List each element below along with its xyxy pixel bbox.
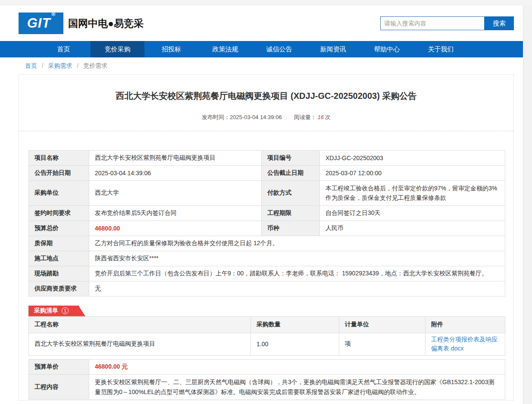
publish-time-label: 发布时间： (202, 114, 230, 120)
field-value: 发布竞价结果后5天内签订合同 (89, 205, 262, 221)
field-label: 预算单价 (29, 360, 89, 375)
field-value: 陕西省西安市长安区**** (89, 251, 505, 266)
search-input[interactable] (380, 16, 485, 30)
field-value: 2025-03-07 12:00:00 (320, 166, 505, 181)
field-label: 施工地点 (29, 251, 89, 266)
field-value: 无 (89, 281, 505, 296)
views-unit: 次 (325, 114, 331, 120)
field-value: 西北大学长安校区紫荆苑餐厅电磁阀更换项目 (89, 151, 262, 166)
badge-count-icon: 1 (62, 307, 69, 314)
field-label: 供应商资质要求 (29, 281, 89, 296)
page: GIT® 国网中电●易竞采 搜索 首页 竞价采购 招投标 政策法规 诚信公告 新… (0, 6, 523, 401)
table-row: 预算单价 46800.00 元 (29, 360, 505, 375)
page-title: 西北大学长安校区紫荆苑餐厅电磁阀更换项目 (XDJJ-GC-202502003)… (19, 90, 513, 102)
views-label: 阅读量： (294, 114, 316, 120)
work-content-value: 更换长安校区紫荆苑餐厅一、二、三层厨房天然气电磁阀（含球阀），共3个，更换的电磁… (89, 375, 505, 400)
table-row: 工程内容 更换长安校区紫荆苑餐厅一、二、三层厨房天然气电磁阀（含球阀），共3个，… (29, 375, 505, 400)
field-label: 币种 (262, 221, 320, 236)
nav-item-bidding-procurement[interactable]: 竞价采购 (91, 41, 144, 57)
field-value: 乙方对合同工程的质量保修期为验收合格并交付使用之日起 12个月。 (89, 236, 505, 251)
breadcrumb-separator: / (77, 62, 79, 69)
search-area: 搜索 (380, 16, 514, 30)
column-header: 工程名称 (29, 316, 251, 333)
breadcrumb-current: 竞价需求 (83, 62, 107, 69)
dashed-divider (19, 131, 513, 131)
attachment-cell: 工程类分项报价表及响应偏离表.docx (426, 333, 505, 355)
registered-mark-icon: ® (51, 11, 56, 17)
field-label: 现场踏勘 (29, 266, 89, 281)
breadcrumb-procurement-demand[interactable]: 采购需求 (48, 62, 72, 69)
field-label: 公告开始日期 (29, 166, 89, 181)
field-label: 项目编号 (262, 151, 320, 166)
field-value: 西北大学 (89, 181, 262, 206)
nav-item-tenders[interactable]: 招投标 (144, 41, 198, 57)
table-row: 项目名称 西北大学长安校区紫荆苑餐厅电磁阀更换项目 项目编号 XDJJ-GC-2… (29, 151, 505, 166)
breadcrumb-separator: / (42, 62, 44, 69)
site-brand-title: 国网中电●易竞采 (68, 17, 144, 30)
nav-item-integrity-notices[interactable]: 诚信公告 (252, 41, 306, 57)
project-details-table: 项目名称 西北大学长安校区紫荆苑餐厅电磁阀更换项目 项目编号 XDJJ-GC-2… (28, 150, 505, 297)
field-label: 预算总价 (29, 221, 89, 236)
field-label: 签约时间要求 (29, 205, 89, 221)
unit-price-value: 46800.00 元 (89, 360, 505, 375)
search-button[interactable]: 搜索 (485, 16, 514, 30)
budget-total-value: 46800.00 (89, 221, 262, 236)
nav-item-news[interactable]: 新闻资讯 (306, 41, 360, 57)
nav-item-home[interactable]: 首页 (37, 41, 91, 57)
field-label: 公告截止日期 (262, 166, 320, 181)
main-nav: 首页 竞价采购 招投标 政策法规 诚信公告 新闻资讯 帮助中心 关于我们 (0, 41, 523, 57)
field-value: 本工程竣工验收合格后，付至审定价款的97%，留审定金额的3%作为质保金，质保金支… (320, 181, 505, 206)
field-value: 竞价开启后第三个工作日（包含公告发布日）上午9：00，踏勘联系人：李老师，联系电… (89, 266, 505, 281)
column-header: 附件 (426, 316, 505, 333)
site-header: GIT® 国网中电●易竞采 搜索 (0, 6, 523, 41)
nav-item-help-center[interactable]: 帮助中心 (360, 41, 414, 57)
nav-item-policies[interactable]: 政策法规 (198, 41, 252, 57)
procurement-list-table: 工程名称 采购数量 计量单位 附件 西北大学长安校区紫荆苑餐厅电磁阀更换项目 1… (28, 316, 505, 356)
field-value: 自合同签订之日30天 (320, 205, 505, 221)
quantity-cell: 1.00 (251, 333, 339, 355)
publish-time-value: 2025-03-04 14:39:06 (230, 114, 282, 120)
table-header-row: 工程名称 采购数量 计量单位 附件 (29, 316, 505, 333)
field-label: 项目名称 (29, 151, 89, 166)
table-row: 施工地点 陕西省西安市长安区**** (29, 251, 505, 266)
column-header: 计量单位 (339, 316, 426, 333)
table-row: 预算总价 46800.00 币种 人民币 (29, 221, 505, 236)
table-row: 现场踏勘 竞价开启后第三个工作日（包含公告发布日）上午9：00，踏勘联系人：李老… (29, 266, 505, 281)
field-value: XDJJ-GC-202502003 (320, 151, 505, 166)
table-row: 西北大学长安校区紫荆苑餐厅电磁阀更换项目 1.00 项 工程类分项报价表及响应偏… (29, 333, 505, 355)
column-header: 采购数量 (251, 316, 339, 333)
procurement-list-label: 采购清单 (34, 307, 58, 315)
views-count: 16 (318, 114, 324, 120)
table-row: 质保期 乙方对合同工程的质量保修期为验收合格并交付使用之日起 12个月。 (29, 236, 505, 251)
field-label: 工程内容 (29, 375, 89, 400)
scrollbar-track[interactable] (523, 6, 532, 404)
breadcrumb: 首页 / 采购需求 / 竞价需求 (0, 57, 523, 74)
project-name-cell: 西北大学长安校区紫荆苑餐厅电磁阀更换项目 (29, 333, 251, 355)
summary-table: 预算单价 46800.00 元 工程内容 更换长安校区紫荆苑餐厅一、二、三层厨房… (28, 359, 505, 400)
field-value: 人民币 (320, 221, 505, 236)
field-label: 工程期限 (262, 205, 320, 221)
top-strip (0, 0, 532, 6)
announcement-card: 西北大学长安校区紫荆苑餐厅电磁阀更换项目 (XDJJ-GC-202502003)… (19, 74, 514, 401)
procurement-list-badge: 采购清单 1 (28, 306, 85, 316)
attachment-link[interactable]: 工程类分项报价表及响应偏离表.docx (431, 335, 499, 354)
table-row: 公告开始日期 2025-03-04 14:39:06 公告截止日期 2025-0… (29, 166, 505, 181)
table-row: 签约时间要求 发布竞价结果后5天内签订合同 工程期限 自合同签订之日30天 (29, 205, 505, 221)
table-row: 供应商资质要求 无 (29, 281, 505, 296)
unit-cell: 项 (339, 333, 426, 355)
field-value: 2025-03-04 14:39:06 (89, 166, 262, 181)
field-label: 质保期 (29, 236, 89, 251)
article-meta: 发布时间：2025-03-04 14:39:06阅读量：16次 (19, 114, 513, 121)
git-logo-text: GIT® (27, 16, 55, 31)
field-label: 采购单位 (29, 181, 89, 206)
table-row: 采购单位 西北大学 付款方式 本工程竣工验收合格后，付至审定价款的97%，留审定… (29, 181, 505, 206)
git-logo[interactable]: GIT® (19, 13, 63, 34)
breadcrumb-home[interactable]: 首页 (25, 62, 37, 69)
field-label: 付款方式 (262, 181, 320, 206)
nav-item-about-us[interactable]: 关于我们 (414, 41, 468, 57)
